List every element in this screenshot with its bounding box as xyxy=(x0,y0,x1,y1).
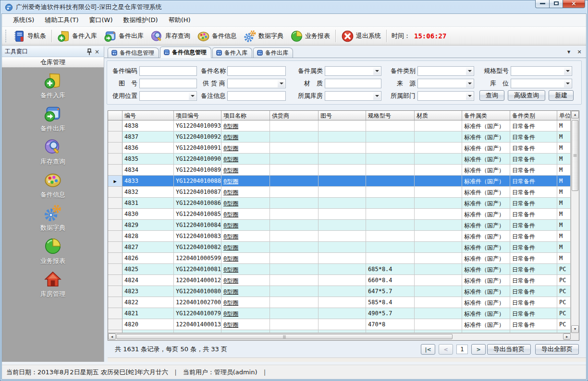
row-selector[interactable] xyxy=(108,231,122,242)
combo-arrow-icon[interactable] xyxy=(373,67,380,75)
cell-备件属类[interactable]: 标准件（国产） xyxy=(462,187,510,198)
row-selector[interactable] xyxy=(108,154,122,165)
cell-备件类别[interactable]: 日常备件 xyxy=(510,319,557,330)
cell-项目名称[interactable]: 0型圈 xyxy=(221,297,270,308)
cell-项目名称[interactable]: 0型圈 xyxy=(221,220,270,231)
toolbar-button-data-dictionary[interactable]: 数据字典 xyxy=(240,28,287,44)
toolbar-button-stock-query[interactable]: 库存查询 xyxy=(147,28,194,44)
row-selector[interactable] xyxy=(108,187,122,198)
row-selector[interactable]: ▶ xyxy=(108,176,122,187)
cell-供货商[interactable] xyxy=(270,209,318,220)
table-row[interactable]: 4831YG122040100860型圈标准件（国产）日常备件M xyxy=(108,198,571,209)
cell-供货商[interactable] xyxy=(270,253,318,264)
cell-单位[interactable]: M xyxy=(557,220,571,231)
cell-规格型号[interactable] xyxy=(366,231,415,242)
cell-项目编号[interactable]: YG12204010081 xyxy=(174,264,221,275)
combo-所属部门[interactable] xyxy=(417,91,474,101)
cell-项目编号[interactable]: YG12204010091 xyxy=(174,143,221,154)
table-row[interactable]: 4834YG122040100890型圈标准件（国产）日常备件M xyxy=(108,165,571,176)
menu-item-数据维护[interactable]: 数据维护(D) xyxy=(118,14,163,26)
cell-编号[interactable]: 4825 xyxy=(122,264,174,275)
cell-图号[interactable] xyxy=(318,131,366,143)
cell-供货商[interactable] xyxy=(270,120,318,131)
cell-项目名称[interactable]: 0型圈 xyxy=(221,308,270,319)
cell-材质[interactable] xyxy=(415,198,462,209)
cell-规格型号[interactable] xyxy=(366,120,415,131)
scroll-up-icon[interactable]: ▲ xyxy=(571,111,579,119)
cell-项目编号[interactable]: 1220401400012 xyxy=(174,275,221,286)
cell-供货商[interactable] xyxy=(270,187,318,198)
toolbar-button-parts-info[interactable]: 备件信息 xyxy=(194,28,240,44)
cell-备件属类[interactable]: 标准件（国产） xyxy=(462,209,510,220)
cell-项目编号[interactable]: YG12204010082 xyxy=(174,242,221,253)
cell-单位[interactable]: M xyxy=(557,242,571,253)
cell-备件类别[interactable]: 日常备件 xyxy=(510,231,557,242)
toolbar-button-exit-system[interactable]: 退出系统 xyxy=(338,28,384,44)
sidebar-item-parts-outbound[interactable]: 备件出库 xyxy=(2,105,104,138)
title-bar[interactable]: 广州爱奇迪软件科技有限公司-深田之星仓库管理系统 xyxy=(1,1,587,13)
cell-规格型号[interactable]: 647*5.7 xyxy=(366,286,415,297)
cell-备件属类[interactable]: 标准件（国产） xyxy=(462,297,510,308)
sidebar-item-parts-inbound[interactable]: 备件入库 xyxy=(2,71,104,105)
cell-项目编号[interactable]: YG12204010093 xyxy=(174,120,221,131)
maximize-button[interactable] xyxy=(550,0,563,8)
cell-项目编号[interactable]: YG12204010089 xyxy=(174,165,221,176)
combo-使用位置[interactable] xyxy=(139,91,197,101)
cell-规格型号[interactable]: 660*8.4 xyxy=(366,275,415,286)
cell-单位[interactable]: M xyxy=(557,231,571,242)
cell-项目编号[interactable]: YG12204010087 xyxy=(174,187,221,198)
horizontal-scrollbar[interactable]: ◀ ▶ xyxy=(108,333,571,340)
combo-来源[interactable] xyxy=(417,79,474,88)
column-header-项目编号[interactable]: 项目编号 xyxy=(174,111,221,120)
minimize-button[interactable] xyxy=(535,0,550,8)
table-row[interactable]: 4836YG122040100910型圈标准件（国产）日常备件M xyxy=(108,143,571,154)
cell-规格型号[interactable] xyxy=(366,143,415,154)
cell-项目名称[interactable]: 0型圈 xyxy=(221,264,270,275)
cell-备件类别[interactable]: 日常备件 xyxy=(510,131,557,143)
cell-图号[interactable] xyxy=(318,275,366,286)
row-selector[interactable] xyxy=(108,286,122,297)
cell-项目名称[interactable]: 0型圈 xyxy=(221,198,270,209)
combo-库位[interactable] xyxy=(511,79,572,88)
cell-供货商[interactable] xyxy=(270,242,318,253)
first-page-button[interactable]: |< xyxy=(421,344,435,355)
cell-备件类别[interactable]: 日常备件 xyxy=(510,275,557,286)
cell-材质[interactable] xyxy=(415,131,462,143)
pin-icon[interactable] xyxy=(86,48,93,56)
combo-arrow-icon[interactable] xyxy=(564,80,571,87)
cell-单位[interactable]: PC xyxy=(557,308,571,319)
cell-单位[interactable]: M xyxy=(557,176,571,187)
cell-单位[interactable]: M xyxy=(557,120,571,131)
hscroll-thumb[interactable] xyxy=(116,334,453,339)
tab-1-备件信息管理[interactable]: 备件信息管理 xyxy=(160,47,211,58)
cell-供货商[interactable] xyxy=(270,275,318,286)
column-header-图号[interactable]: 图号 xyxy=(318,111,366,120)
cell-备件类别[interactable]: 日常备件 xyxy=(510,286,557,297)
cell-材质[interactable] xyxy=(415,308,462,319)
cell-备件属类[interactable]: 标准件（国产） xyxy=(462,198,510,209)
cell-单位[interactable]: M xyxy=(557,165,571,176)
row-selector[interactable] xyxy=(108,308,122,319)
toolbar-button-navigator-book[interactable]: 导航条 xyxy=(9,28,49,44)
cell-备件类别[interactable]: 日常备件 xyxy=(510,165,557,176)
cell-供货商[interactable] xyxy=(270,176,318,187)
next-page-button[interactable]: > xyxy=(471,344,486,355)
cell-单位[interactable]: M xyxy=(557,187,571,198)
table-row[interactable]: 4838YG122040100930型圈标准件（国产）日常备件M xyxy=(108,120,571,131)
combo-所属库房[interactable] xyxy=(325,91,381,101)
cell-图号[interactable] xyxy=(318,253,366,264)
combo-规格型号[interactable] xyxy=(511,66,572,76)
cell-备件类别[interactable]: 日常备件 xyxy=(510,242,557,253)
cell-编号[interactable]: 4835 xyxy=(122,154,174,165)
cell-项目编号[interactable]: YG12204010080 xyxy=(174,286,221,297)
cell-项目名称[interactable]: 0型圈 xyxy=(221,231,270,242)
sidebar-group-header[interactable]: 仓库管理 xyxy=(2,57,104,68)
table-row[interactable]: 482212204010027000型圈585*8.4标准件（国产）日常备件PC xyxy=(108,297,571,308)
cell-单位[interactable]: M xyxy=(557,209,571,220)
cell-供货商[interactable] xyxy=(270,297,318,308)
cell-编号[interactable]: 4821 xyxy=(122,308,174,319)
cell-项目编号[interactable]: 1220401002700 xyxy=(174,297,221,308)
cell-备件属类[interactable]: 标准件（国产） xyxy=(462,165,510,176)
cell-材质[interactable] xyxy=(415,297,462,308)
table-row[interactable]: 4830YG122040100850型圈标准件（国产）日常备件M xyxy=(108,209,571,220)
